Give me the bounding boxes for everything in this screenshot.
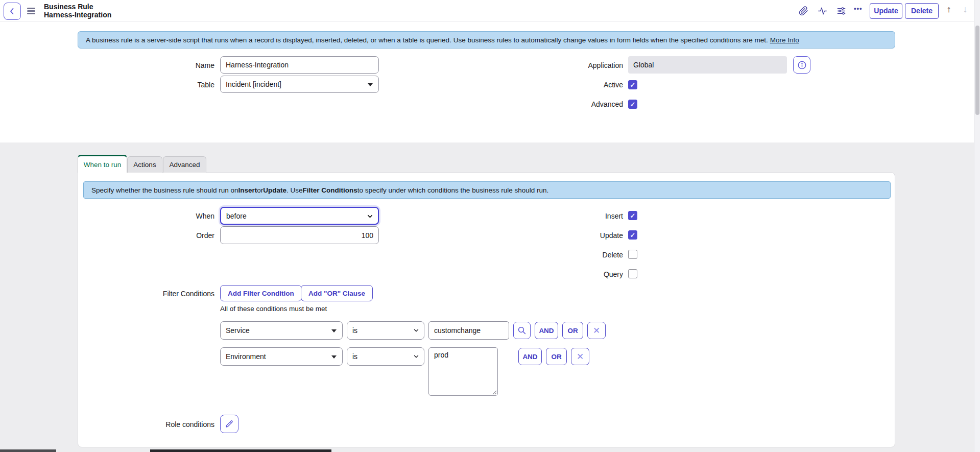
application-value: Global [633, 61, 654, 69]
condition-2-or-button[interactable]: OR [546, 348, 567, 365]
caret-down-icon [331, 329, 337, 332]
tab-actions[interactable]: Actions [127, 156, 162, 173]
header: Business Rule Harness-Integration ••• Up… [0, 0, 980, 22]
info-icon [797, 60, 807, 70]
order-label: Order [112, 231, 214, 240]
update-checkbox[interactable]: ✓ [628, 230, 637, 240]
add-or-clause-button[interactable]: Add "OR" Clause [301, 285, 373, 301]
personalize-form-icon[interactable] [836, 6, 846, 16]
table-select[interactable]: Incident [incident] [220, 76, 379, 93]
tab-when-to-run[interactable]: When to run [78, 155, 127, 173]
form-info-banner: A business rule is a server-side script … [78, 31, 895, 49]
tab-advanced[interactable]: Advanced [163, 156, 206, 173]
active-label: Active [521, 80, 623, 89]
name-input[interactable] [220, 56, 379, 74]
condition-1-value-input[interactable] [428, 321, 509, 340]
when-select-value: before [226, 212, 247, 220]
caret-down-icon [368, 83, 373, 86]
insert-label: Insert [521, 211, 623, 221]
application-label: Application [521, 61, 623, 70]
banner-segment: to specify under which conditions the bu… [357, 186, 548, 194]
record-name-title: Harness-Integration [44, 11, 111, 19]
update-button[interactable]: Update [870, 3, 902, 19]
when-tab-info-banner: Specify whether the business rule should… [83, 181, 891, 199]
condition-2-field-value: Environment [226, 352, 266, 361]
check-icon: ✓ [630, 101, 636, 108]
role-conditions-edit-button[interactable] [220, 415, 238, 433]
caret-down-icon [331, 355, 337, 359]
chevron-down-icon [413, 353, 420, 360]
horizontal-scrollbar-thumb[interactable] [0, 449, 56, 452]
banner-segment: or [257, 186, 263, 194]
delete-checkbox[interactable]: ✓ [628, 250, 637, 259]
condition-1-operator-select[interactable]: is [347, 321, 424, 340]
condition-1-or-button[interactable]: OR [562, 322, 583, 339]
condition-1-field-value: Service [226, 326, 250, 335]
check-icon: ✓ [630, 231, 636, 239]
delete-label: Delete [521, 250, 623, 259]
condition-1-and-button[interactable]: AND [535, 322, 558, 339]
condition-2-field-select[interactable]: Environment [220, 347, 343, 366]
delete-button[interactable]: Delete [905, 3, 939, 19]
add-filter-condition-button[interactable]: Add Filter Condition [220, 285, 302, 301]
condition-2-operator-value: is [352, 352, 357, 361]
context-menu-icon[interactable] [27, 8, 35, 14]
when-label: When [112, 211, 214, 221]
condition-2-and-button[interactable]: AND [518, 348, 542, 365]
condition-2-value-textarea[interactable]: prod [428, 347, 498, 396]
chevron-down-icon [413, 327, 420, 334]
application-info-button[interactable] [793, 56, 810, 74]
query-label: Query [521, 270, 623, 279]
check-icon: ✓ [630, 251, 636, 258]
banner-segment: . Use [286, 186, 303, 194]
condition-1-remove-button[interactable]: ✕ [587, 322, 606, 339]
banner-bold-insert: Insert [238, 186, 257, 194]
horizontal-scrollbar-thumb[interactable] [150, 449, 331, 452]
search-icon [517, 326, 527, 335]
order-input[interactable] [220, 226, 379, 244]
vertical-scrollbar-thumb[interactable] [975, 26, 979, 115]
banner-bold-update: Update [263, 186, 286, 194]
advanced-checkbox[interactable]: ✓ [628, 100, 637, 109]
pencil-icon [225, 419, 234, 429]
query-checkbox[interactable]: ✓ [628, 269, 637, 278]
banner-bold-filter-conditions: Filter Conditions [303, 186, 357, 194]
attachment-icon[interactable] [799, 6, 808, 16]
resize-handle-icon[interactable] [492, 390, 497, 395]
filter-conditions-label: Filter Conditions [112, 289, 214, 298]
advanced-label: Advanced [521, 100, 623, 109]
condition-2-remove-button[interactable]: ✕ [571, 348, 589, 365]
chevron-left-icon [8, 7, 17, 16]
table-select-value: Incident [incident] [226, 80, 281, 88]
previous-record-icon[interactable]: ↑ [943, 4, 955, 15]
insert-checkbox[interactable]: ✓ [628, 211, 637, 220]
application-field: Global [628, 56, 787, 74]
check-icon: ✓ [630, 212, 636, 220]
condition-1-field-select[interactable]: Service [220, 321, 343, 340]
role-conditions-label: Role conditions [112, 420, 214, 429]
vertical-scrollbar[interactable] [974, 0, 980, 452]
check-icon: ✓ [630, 270, 636, 278]
table-label: Table [112, 80, 214, 89]
activity-stream-icon[interactable] [818, 6, 827, 16]
when-select[interactable]: before [220, 207, 379, 225]
record-type-title: Business Rule [44, 3, 111, 11]
check-icon: ✓ [630, 81, 636, 89]
update-label: Update [521, 231, 623, 240]
banner-segment: Specify whether the business rule should… [91, 186, 238, 194]
business-rule-form-screen: Business Rule Harness-Integration ••• Up… [0, 0, 980, 452]
condition-2-operator-select[interactable]: is [347, 347, 424, 366]
conditions-caption: All of these conditions must be met [220, 305, 327, 313]
condition-1-lookup-button[interactable] [513, 322, 531, 339]
name-label: Name [112, 61, 214, 70]
more-info-link[interactable]: More Info [770, 36, 799, 44]
active-checkbox[interactable]: ✓ [628, 80, 637, 89]
banner-text: A business rule is a server-side script … [86, 36, 768, 44]
back-button[interactable] [4, 3, 21, 20]
next-record-icon: ↓ [959, 4, 971, 15]
page-title: Business Rule Harness-Integration [44, 3, 111, 19]
chevron-down-icon [366, 212, 374, 220]
condition-1-operator-value: is [352, 326, 357, 335]
more-options-icon[interactable]: ••• [854, 5, 863, 15]
